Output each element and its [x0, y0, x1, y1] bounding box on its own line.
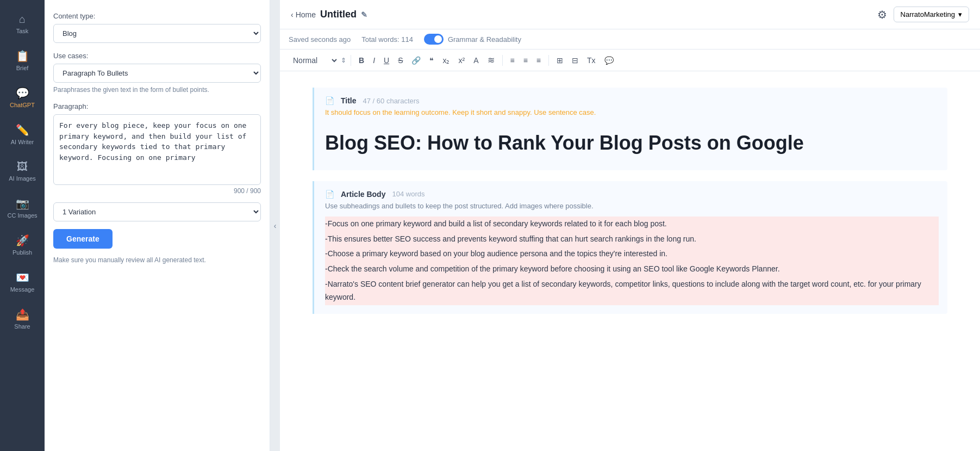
sidebar-item-brief[interactable]: 📋 Brief — [0, 43, 45, 78]
title-label: Title — [341, 96, 357, 105]
blog-title[interactable]: Blog SEO: How to Rank Your Blog Posts on… — [325, 125, 939, 162]
sidebar-item-cc-images[interactable]: 📷 CC Images — [0, 190, 45, 225]
bullets-container: -Focus on one primary keyword and build … — [325, 217, 939, 305]
use-cases-hint: Paraphrases the given text in the form o… — [53, 86, 261, 94]
toolbar-divider — [351, 55, 351, 66]
title-section-header: 📄 Title 47 / 60 characters — [325, 96, 939, 105]
ordered-list-button[interactable]: ≡ — [507, 54, 518, 67]
sidebar-item-ai-writer[interactable]: ✏️ AI Writer — [0, 117, 45, 152]
document-title: Untitled ✎ — [320, 9, 367, 20]
top-bar: ‹ Home Untitled ✎ ⚙ NarratoMarketing ▾ — [280, 0, 980, 29]
edit-title-icon[interactable]: ✎ — [361, 10, 367, 19]
home-label: Home — [296, 10, 316, 19]
content-type-label: Content type: — [53, 12, 95, 20]
cc-images-icon: 📷 — [16, 197, 29, 210]
bullet-line[interactable]: -Focus on one primary keyword and build … — [325, 217, 939, 232]
sidebar-item-chatgpt[interactable]: 💬 ChatGPT — [0, 80, 45, 115]
sidebar-item-label: Brief — [16, 65, 29, 71]
ai-images-icon: 🖼 — [17, 160, 28, 173]
saved-status: Saved seconds ago — [289, 35, 351, 44]
font-color-button[interactable]: A — [470, 54, 482, 67]
chevron-left-icon: ‹ — [274, 221, 277, 230]
grammar-label: Grammar & Readability — [448, 35, 521, 44]
body-section-header: 📄 Article Body 104 words — [325, 190, 939, 199]
word-count: Total words: 114 — [361, 35, 413, 44]
sidebar-item-label: Task — [16, 28, 29, 34]
subscript-button[interactable]: x₂ — [439, 54, 453, 67]
message-icon: 💌 — [16, 271, 29, 284]
grammar-toggle-wrap: Grammar & Readability — [424, 34, 521, 45]
title-char-count: 47 / 60 characters — [363, 97, 420, 105]
title-hint: It should focus on the learning outcome.… — [325, 108, 939, 116]
main-content: ‹ Home Untitled ✎ ⚙ NarratoMarketing ▾ S… — [280, 0, 980, 451]
paragraph-section: Paragraph: For every blog piece, keep yo… — [53, 101, 261, 195]
highlight-button[interactable]: ≋ — [484, 53, 498, 67]
bullet-line[interactable]: -Choose a primary keyword based on your … — [325, 246, 939, 262]
clear-format-button[interactable]: Tx — [584, 54, 599, 67]
use-cases-section: Use cases: Paragraph To Bullets Expand T… — [53, 51, 261, 94]
sidebar-item-publish[interactable]: 🚀 Publish — [0, 227, 45, 262]
share-icon: 📤 — [16, 308, 29, 321]
bold-button[interactable]: B — [355, 54, 367, 67]
sidebar-item-label: Share — [14, 323, 30, 330]
chevron-left-icon: ‹ — [291, 10, 294, 19]
bullet-line[interactable]: -This ensures better SEO success and pre… — [325, 232, 939, 247]
chatgpt-icon: 💬 — [16, 87, 29, 100]
top-bar-right: ⚙ NarratoMarketing ▾ — [877, 7, 969, 22]
sidebar-item-share[interactable]: 📤 Share — [0, 301, 45, 336]
formatting-toolbar: Normal Heading 1 Heading 2 ⇕ B I U S 🔗 ❝… — [280, 50, 980, 71]
account-button[interactable]: NarratoMarketing ▾ — [894, 7, 969, 22]
home-link[interactable]: ‹ Home — [291, 10, 316, 19]
body-label: Article Body — [341, 190, 385, 199]
sidebar-item-label: ChatGPT — [10, 102, 35, 108]
publish-icon: 🚀 — [16, 234, 29, 247]
settings-button[interactable]: ⚙ — [877, 8, 887, 21]
content-type-select[interactable]: Blog Article Social Post — [53, 24, 261, 43]
table-button[interactable]: ⊟ — [569, 54, 582, 67]
title-section: 📄 Title 47 / 60 characters It should foc… — [313, 88, 947, 170]
italic-button[interactable]: I — [370, 54, 378, 67]
left-panel: Content type: Blog Article Social Post U… — [45, 0, 270, 451]
indent-button[interactable]: ≡ — [533, 54, 544, 67]
sidebar-item-label: AI Writer — [11, 139, 34, 145]
image-button[interactable]: ⊞ — [553, 54, 566, 67]
panel-collapse-handle[interactable]: ‹ — [270, 0, 280, 451]
generate-button[interactable]: Generate — [53, 229, 113, 249]
sidebar-item-label: CC Images — [7, 212, 37, 219]
paragraph-textarea[interactable]: For every blog piece, keep your focus on… — [53, 114, 261, 185]
variation-section: 1 Variation 2 Variations 3 Variations — [53, 202, 261, 221]
use-cases-select[interactable]: Paragraph To Bullets Expand Text Summari… — [53, 64, 261, 83]
paragraph-label: Paragraph: — [53, 102, 88, 110]
variation-select[interactable]: 1 Variation 2 Variations 3 Variations — [53, 202, 261, 221]
sidebar-item-label: Message — [10, 286, 35, 293]
body-section-icon: 📄 — [325, 190, 334, 199]
sidebar-item-task[interactable]: ⌂ Task — [0, 7, 45, 41]
unordered-list-button[interactable]: ≡ — [520, 54, 531, 67]
content-type-section: Content type: Blog Article Social Post — [53, 11, 261, 43]
title-section-icon: 📄 — [325, 96, 334, 105]
sidebar-item-message[interactable]: 💌 Message — [0, 264, 45, 299]
format-style-select[interactable]: Normal Heading 1 Heading 2 — [289, 53, 339, 67]
underline-button[interactable]: U — [380, 54, 392, 67]
strikethrough-button[interactable]: S — [395, 54, 406, 67]
status-bar: Saved seconds ago Total words: 114 Gramm… — [280, 29, 980, 50]
link-button[interactable]: 🔗 — [408, 54, 424, 67]
comment-button[interactable]: 💬 — [601, 54, 617, 67]
toolbar-divider2 — [502, 55, 503, 66]
bullet-line[interactable]: -Narrato's SEO content brief generator c… — [325, 277, 939, 305]
sidebar-item-ai-images[interactable]: 🖼 AI Images — [0, 154, 45, 188]
toolbar-divider3 — [548, 55, 549, 66]
brief-icon: 📋 — [16, 50, 29, 63]
body-hint: Use subheadings and bullets to keep the … — [325, 202, 939, 210]
task-icon: ⌂ — [19, 13, 26, 26]
superscript-button[interactable]: x² — [455, 54, 468, 67]
top-bar-left: ‹ Home Untitled ✎ — [291, 9, 866, 20]
quote-button[interactable]: ❝ — [426, 54, 437, 67]
toggle-slider — [424, 34, 444, 45]
up-down-arrows-icon: ⇕ — [341, 57, 346, 64]
account-label: NarratoMarketing — [901, 10, 955, 18]
use-cases-label: Use cases: — [53, 52, 88, 60]
grammar-toggle[interactable] — [424, 34, 444, 45]
bullet-line[interactable]: -Check the search volume and competition… — [325, 262, 939, 277]
sidebar-item-label: AI Images — [9, 175, 36, 182]
